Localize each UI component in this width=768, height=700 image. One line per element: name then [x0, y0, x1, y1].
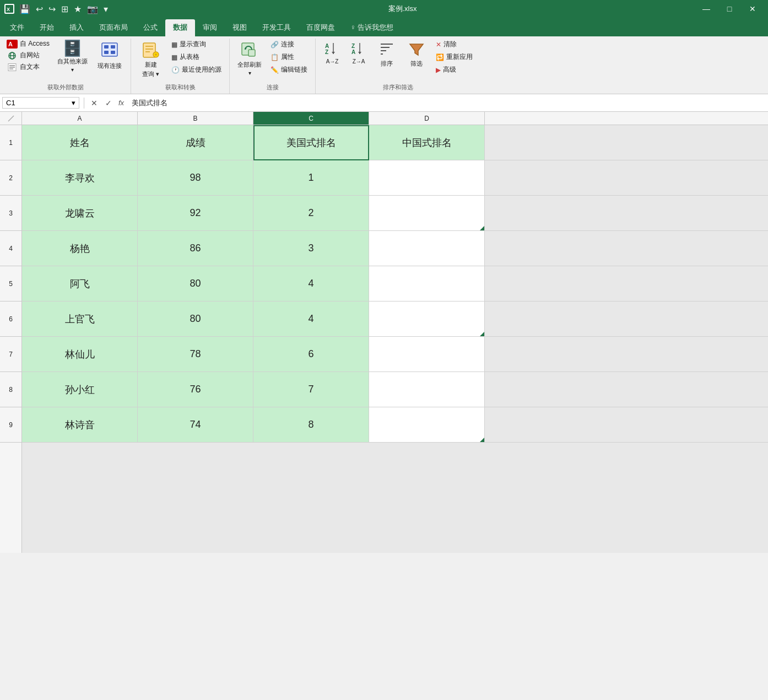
advanced-button[interactable]: ▶ 高级	[432, 64, 476, 76]
cell-a5[interactable]: 阿飞	[22, 266, 138, 301]
formula-input[interactable]: 美国式排名	[128, 97, 766, 109]
cell-c8[interactable]: 7	[253, 372, 369, 407]
properties-button[interactable]: 📋 属性	[267, 51, 311, 63]
clear-button[interactable]: ✕ 清除	[432, 39, 476, 50]
redo-button[interactable]: ↪	[47, 4, 57, 14]
cancel-formula-button[interactable]: ✕	[89, 98, 100, 109]
cell-d9[interactable]	[369, 407, 485, 443]
cell-c5[interactable]: 4	[253, 266, 369, 301]
cell-b5[interactable]: 80	[138, 266, 253, 301]
col-header-d[interactable]: D	[369, 112, 485, 125]
new-query-button[interactable]: 新建 查询 ▾	[136, 39, 166, 80]
cell-a2[interactable]: 李寻欢	[22, 160, 138, 196]
sort-az-button[interactable]: A Z A→Z	[320, 39, 344, 67]
refresh-all-button[interactable]: 全部刷新 ▾	[234, 39, 265, 78]
cell-d2[interactable]	[369, 160, 485, 196]
cell-a3[interactable]: 龙啸云	[22, 196, 138, 231]
row-header-1[interactable]: 1	[0, 125, 22, 160]
tab-help[interactable]: ♀ 告诉我您想	[343, 19, 401, 36]
maximize-button[interactable]: □	[718, 0, 740, 18]
text-button[interactable]: 自文本	[4, 62, 52, 72]
tab-insert[interactable]: 插入	[62, 19, 91, 36]
cell-d5[interactable]	[369, 266, 485, 301]
cell-b9[interactable]: 74	[138, 407, 253, 443]
connection-button[interactable]: 🔗 连接	[267, 39, 311, 50]
sort-filter-label: 排序和筛选	[320, 82, 476, 91]
star-button[interactable]: ★	[72, 4, 83, 14]
row-header-5[interactable]: 5	[0, 266, 22, 301]
cell-b6[interactable]: 80	[138, 301, 253, 337]
row-header-3[interactable]: 3	[0, 196, 22, 231]
row-header-9[interactable]: 9	[0, 407, 22, 443]
cell-d8[interactable]	[369, 372, 485, 407]
cell-b4[interactable]: 86	[138, 231, 253, 266]
camera-button[interactable]: 📷	[85, 4, 100, 14]
filter-button[interactable]: 筛选	[403, 39, 430, 70]
cell-marker-d9	[480, 438, 484, 442]
cell-d1[interactable]: 中国式排名	[369, 125, 485, 160]
minimize-button[interactable]: —	[695, 0, 717, 18]
confirm-formula-button[interactable]: ✓	[103, 98, 114, 109]
cell-empty-7	[485, 337, 768, 372]
more-button[interactable]: ▾	[102, 4, 110, 14]
reapply-button[interactable]: 🔁 重新应用	[432, 51, 476, 63]
from-table-button[interactable]: ▦ 从表格	[168, 51, 225, 63]
tab-baidu[interactable]: 百度网盘	[299, 19, 343, 36]
row-header-8[interactable]: 8	[0, 372, 22, 407]
tab-page-layout[interactable]: 页面布局	[91, 19, 136, 36]
close-button[interactable]: ✕	[742, 0, 764, 18]
formula-divider	[84, 98, 84, 109]
col-header-a[interactable]: A	[22, 112, 138, 125]
cell-d7[interactable]	[369, 337, 485, 372]
edit-links-button[interactable]: ✏️ 编辑链接	[267, 64, 311, 76]
cell-b8[interactable]: 76	[138, 372, 253, 407]
cell-c7[interactable]: 6	[253, 337, 369, 372]
row-header-6[interactable]: 6	[0, 301, 22, 337]
cell-a9[interactable]: 林诗音	[22, 407, 138, 443]
cell-c9[interactable]: 8	[253, 407, 369, 443]
tab-developer[interactable]: 开发工具	[255, 19, 299, 36]
page-setup-button[interactable]: ⊞	[60, 4, 70, 14]
web-button[interactable]: 自网站	[4, 50, 52, 61]
cell-a4[interactable]: 杨艳	[22, 231, 138, 266]
row-header-2[interactable]: 2	[0, 160, 22, 196]
connection-icon: 🔗	[271, 41, 279, 49]
cell-d6[interactable]	[369, 301, 485, 337]
cell-b7[interactable]: 78	[138, 337, 253, 372]
cell-b2[interactable]: 98	[138, 160, 253, 196]
tab-home[interactable]: 开始	[32, 19, 62, 36]
col-header-b[interactable]: B	[138, 112, 253, 125]
save-button[interactable]: 💾	[18, 4, 32, 14]
undo-button[interactable]: ↩	[34, 4, 45, 14]
cell-a6[interactable]: 上官飞	[22, 301, 138, 337]
cell-c3[interactable]: 2	[253, 196, 369, 231]
existing-connections-button[interactable]: 现有连接	[93, 39, 126, 72]
cell-a7[interactable]: 林仙儿	[22, 337, 138, 372]
cell-d3[interactable]	[369, 196, 485, 231]
tab-formula[interactable]: 公式	[136, 19, 165, 36]
tab-view[interactable]: 视图	[225, 19, 255, 36]
svg-rect-13	[111, 45, 115, 49]
access-button[interactable]: A 自 Access	[4, 39, 52, 49]
cell-b1[interactable]: 成绩	[138, 125, 253, 160]
row-header-7[interactable]: 7	[0, 337, 22, 372]
tab-data[interactable]: 数据	[165, 19, 195, 36]
tab-file[interactable]: 文件	[2, 19, 32, 36]
col-header-c[interactable]: C	[253, 112, 369, 125]
show-queries-button[interactable]: ▦ 显示查询	[168, 39, 225, 50]
row-header-4[interactable]: 4	[0, 231, 22, 266]
tab-review[interactable]: 审阅	[195, 19, 225, 36]
cell-a8[interactable]: 孙小红	[22, 372, 138, 407]
recent-sources-button[interactable]: 🕐 最近使用的源	[168, 64, 225, 76]
other-sources-button[interactable]: 🗄️ 自其他来源 ▾	[54, 39, 91, 75]
cell-c2[interactable]: 1	[253, 160, 369, 196]
cell-c1[interactable]: 美国式排名	[253, 125, 369, 160]
sort-za-button[interactable]: Z A Z→A	[347, 39, 371, 67]
cell-b3[interactable]: 92	[138, 196, 253, 231]
cell-a1[interactable]: 姓名	[22, 125, 138, 160]
cell-d4[interactable]	[369, 231, 485, 266]
cell-c4[interactable]: 3	[253, 231, 369, 266]
sort-button[interactable]: 排序	[373, 39, 401, 70]
cell-c6[interactable]: 4	[253, 301, 369, 337]
name-box[interactable]: C1 ▾	[2, 97, 79, 109]
